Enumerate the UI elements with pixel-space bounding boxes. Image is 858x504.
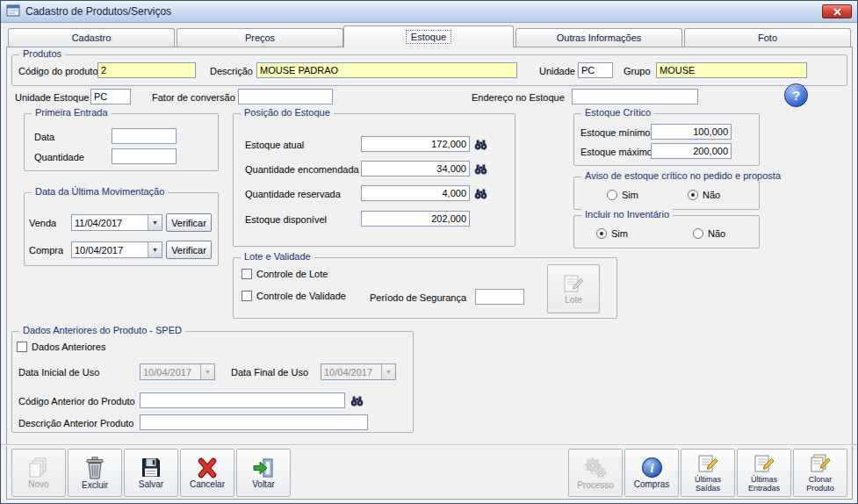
excluir-button[interactable]: Excluir bbox=[68, 449, 122, 497]
close-icon bbox=[833, 8, 841, 16]
lote-button-label: Lote bbox=[565, 295, 581, 305]
inventario-nao-radio[interactable]: Não bbox=[693, 228, 725, 239]
radio-circle[interactable] bbox=[607, 190, 617, 200]
radio-label: Não bbox=[708, 228, 725, 239]
data-inicial-combo: 10/04/2017 ▼ bbox=[140, 364, 215, 380]
codigo-produto-input[interactable] bbox=[97, 62, 196, 78]
salvar-button[interactable]: Salvar bbox=[124, 449, 178, 497]
radio-label: Não bbox=[703, 190, 720, 200]
chevron-down-icon[interactable]: ▼ bbox=[148, 242, 162, 257]
ultimas-saidas-button[interactable]: Últimas Saídas bbox=[681, 449, 735, 497]
cancelar-button[interactable]: Cancelar bbox=[180, 449, 234, 497]
primeira-entrada-quantidade-label: Quantidade bbox=[34, 152, 84, 162]
fator-conversao-input[interactable] bbox=[238, 89, 333, 104]
estoque-minimo-label: Estoque mínimo bbox=[580, 127, 650, 138]
tab-foto[interactable]: Foto bbox=[684, 28, 851, 47]
svg-text:i: i bbox=[650, 460, 654, 475]
verificar-label: Verificar bbox=[171, 218, 206, 228]
chevron-down-icon[interactable]: ▼ bbox=[148, 215, 162, 230]
help-button[interactable]: ? bbox=[784, 83, 808, 107]
estoque-atual-lookup-button[interactable] bbox=[472, 137, 488, 151]
novo-label: Novo bbox=[28, 479, 48, 489]
endereco-estoque-label: Endereço no Estoque bbox=[472, 92, 565, 103]
checkbox-box[interactable] bbox=[242, 291, 252, 301]
aviso-nao-radio[interactable]: Não bbox=[688, 190, 720, 200]
chevron-down-icon: ▼ bbox=[200, 364, 214, 379]
tab-outras-informacoes[interactable]: Outras Informações bbox=[516, 28, 682, 47]
checkbox-label: Controle de Lote bbox=[256, 269, 328, 279]
produtos-legend: Produtos bbox=[19, 48, 65, 59]
cancelar-label: Cancelar bbox=[190, 479, 225, 489]
checkbox-box[interactable] bbox=[17, 342, 27, 352]
trash-icon bbox=[85, 457, 105, 479]
descricao-input[interactable] bbox=[256, 62, 517, 78]
quantidade-encomendada-lookup-button[interactable] bbox=[472, 162, 488, 176]
aviso-estoque-groupbox: Aviso de estoque crítico no pedido e pro… bbox=[573, 176, 760, 210]
verificar-compra-button[interactable]: Verificar bbox=[166, 241, 212, 259]
checkbox-box[interactable] bbox=[242, 269, 252, 279]
unidade-input[interactable] bbox=[578, 62, 613, 78]
inventario-sim-radio[interactable]: Sim bbox=[596, 228, 628, 239]
codigo-anterior-lookup-button[interactable] bbox=[349, 393, 364, 407]
quantidade-encomendada-input[interactable] bbox=[361, 161, 470, 176]
quantidade-reservada-input[interactable] bbox=[361, 185, 470, 201]
close-button[interactable] bbox=[822, 4, 852, 18]
ultimas-entradas-button[interactable]: Últimas Entradas bbox=[737, 449, 791, 497]
compras-label: Compras bbox=[634, 479, 670, 489]
tab-cadastro[interactable]: Cadastro bbox=[8, 28, 175, 47]
descricao-label: Descrição bbox=[210, 66, 253, 76]
clone-document-icon bbox=[809, 453, 832, 474]
unidade-estoque-input[interactable] bbox=[90, 89, 131, 104]
tab-label: Preços bbox=[245, 32, 275, 43]
question-mark-icon: ? bbox=[792, 88, 800, 103]
voltar-button[interactable]: Voltar bbox=[236, 449, 291, 497]
radio-circle[interactable] bbox=[596, 228, 607, 239]
dados-anteriores-checkbox[interactable]: Dados Anteriores bbox=[17, 342, 105, 352]
estoque-maximo-input[interactable] bbox=[651, 143, 732, 159]
descricao-anterior-input[interactable] bbox=[140, 414, 368, 430]
chevron-down-icon: ▼ bbox=[381, 364, 395, 379]
descricao-anterior-label: Descrição Anterior Produto bbox=[18, 418, 133, 428]
tab-estoque[interactable]: Estoque bbox=[343, 25, 514, 47]
compra-date-combo[interactable]: 10/04/2017 ▼ bbox=[71, 241, 162, 258]
radio-circle[interactable] bbox=[693, 228, 703, 239]
periodo-seguranca-input[interactable] bbox=[475, 289, 524, 305]
estoque-minimo-input[interactable] bbox=[651, 124, 732, 140]
venda-label: Venda bbox=[29, 218, 56, 228]
red-x-icon bbox=[197, 457, 218, 479]
data-final-value: 10/04/2017 bbox=[321, 364, 381, 379]
estoque-disponivel-input[interactable] bbox=[361, 211, 470, 227]
primeira-entrada-data-input[interactable] bbox=[112, 128, 177, 144]
primeira-entrada-legend: Primeira Entrada bbox=[32, 107, 112, 118]
posicao-estoque-legend: Posição do Estoque bbox=[241, 107, 334, 118]
data-final-label: Data Final de Uso bbox=[231, 367, 308, 378]
lote-edit-icon bbox=[562, 273, 585, 294]
tab-precos[interactable]: Preços bbox=[177, 28, 343, 47]
data-inicial-value: 10/04/2017 bbox=[141, 364, 200, 379]
grupo-input[interactable] bbox=[656, 62, 807, 78]
radio-label: Sim bbox=[622, 190, 638, 200]
quantidade-encomendada-label: Quantidade encomendada bbox=[245, 164, 359, 175]
verificar-venda-button[interactable]: Verificar bbox=[166, 213, 212, 232]
document-pencil-icon bbox=[753, 453, 775, 474]
codigo-anterior-input[interactable] bbox=[140, 392, 345, 408]
voltar-label: Voltar bbox=[252, 479, 275, 489]
lote-button: Lote bbox=[547, 264, 600, 313]
estoque-atual-input[interactable] bbox=[361, 136, 470, 152]
aviso-estoque-legend: Aviso de estoque crítico no pedido e pro… bbox=[581, 170, 784, 181]
checkbox-label: Dados Anteriores bbox=[32, 342, 105, 352]
venda-date-value: 11/04/2017 bbox=[72, 215, 148, 230]
endereco-estoque-input[interactable] bbox=[572, 89, 698, 104]
radio-circle[interactable] bbox=[688, 190, 698, 200]
aviso-sim-radio[interactable]: Sim bbox=[607, 190, 638, 200]
controle-validade-checkbox[interactable]: Controle de Validade bbox=[242, 291, 346, 301]
primeira-entrada-quantidade-input[interactable] bbox=[112, 148, 177, 164]
venda-date-combo[interactable]: 11/04/2017 ▼ bbox=[71, 214, 162, 231]
clonar-produto-button[interactable]: Clonar Produto bbox=[793, 449, 847, 497]
quantidade-reservada-lookup-button[interactable] bbox=[472, 186, 488, 200]
app-icon bbox=[6, 4, 20, 18]
binoculars-icon bbox=[350, 395, 364, 407]
dados-anteriores-legend: Dados Anteriores do Produto - SPED bbox=[19, 325, 185, 335]
controle-lote-checkbox[interactable]: Controle de Lote bbox=[242, 269, 328, 279]
compras-button[interactable]: i Compras bbox=[624, 449, 679, 497]
